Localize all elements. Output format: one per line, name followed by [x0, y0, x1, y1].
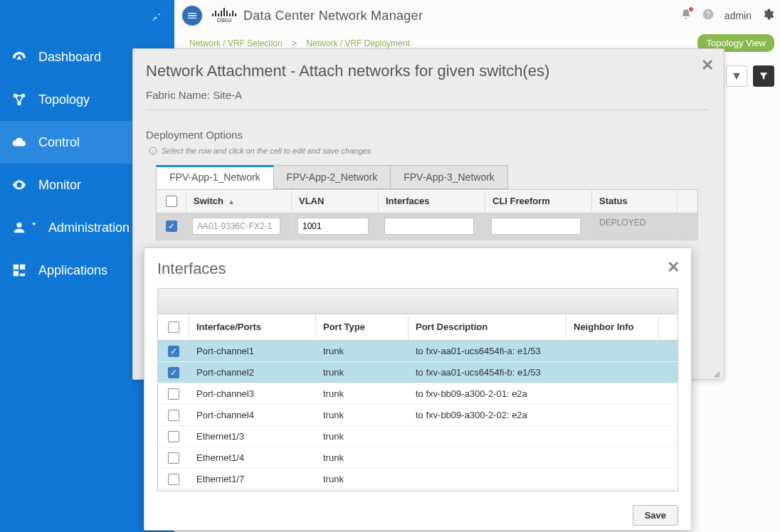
attach-table-row[interactable]: DEPLOYED [157, 213, 697, 240]
interfaces-table-body[interactable]: Port-channel1trunkto fxv-aa01-ucs6454fi-… [158, 341, 678, 490]
help-icon: ? [702, 8, 715, 21]
info-icon: i [149, 147, 157, 155]
col-switch[interactable]: Switch▲ [186, 190, 292, 213]
select-all-checkbox[interactable] [166, 196, 177, 207]
cli-input[interactable] [491, 218, 581, 235]
cell-interface: Ethernet1/3 [189, 431, 316, 442]
fabric-label: Fabric Name: [146, 89, 210, 101]
col-interfaces[interactable]: Interfaces [379, 190, 485, 213]
col-vlan[interactable]: VLAN [292, 190, 379, 213]
breadcrumb-step[interactable]: Network / VRF Deployment [306, 38, 409, 48]
interfaces-table-row[interactable]: Ethernet1/7trunk [158, 469, 678, 490]
sidebar-item-label: Applications [38, 263, 107, 278]
cell-port-type: trunk [316, 410, 409, 420]
cell-port-description: to fxv-bb09-a300-2-01: e2a [409, 388, 566, 399]
cell-port-type: trunk [316, 346, 409, 356]
cloud-icon [11, 134, 27, 150]
admin-icon [11, 220, 27, 235]
gauge-icon [11, 49, 27, 65]
row-checkbox[interactable] [168, 410, 179, 421]
sort-asc-icon: ▲ [228, 198, 235, 206]
interfaces-table-row[interactable]: Ethernet1/3trunk [158, 426, 678, 447]
close-button[interactable]: ✕ [667, 258, 680, 277]
tab-network-1[interactable]: FPV-App-1_Network [156, 165, 274, 189]
col-interface-ports[interactable]: Interface/Ports [189, 314, 316, 340]
cell-port-type: trunk [316, 367, 409, 378]
col-status[interactable]: Status [592, 190, 678, 213]
cell-port-type: trunk [316, 474, 409, 484]
cell-interface: Port-channel3 [189, 388, 316, 399]
cell-interface: Port-channel4 [189, 410, 316, 420]
menu-toggle-button[interactable] [182, 6, 202, 26]
interfaces-modal: ✕ Interfaces Interface/Ports Port Type P… [144, 248, 692, 531]
cell-interface: Port-channel1 [189, 346, 316, 356]
sidebar-item-label: Control [38, 135, 80, 150]
breadcrumb-step[interactable]: Network / VRF Selection [189, 38, 283, 48]
interfaces-table-row[interactable]: Port-channel1trunkto fxv-aa01-ucs6454fi-… [158, 341, 678, 362]
cisco-logo: cisco [212, 8, 236, 23]
modal-title: Network Attachment - Attach networks for… [146, 62, 708, 80]
help-button[interactable]: ? [702, 8, 715, 23]
sidebar-item-label: Monitor [38, 178, 81, 193]
eye-icon [11, 177, 27, 193]
deploy-label: Deployment Options [146, 129, 708, 141]
notifications-button[interactable] [680, 9, 692, 23]
filter-button[interactable] [753, 65, 774, 87]
tab-network-2[interactable]: FPV-App-2_Network [273, 165, 391, 189]
row-checkbox[interactable] [168, 388, 179, 400]
vlan-input[interactable] [297, 218, 369, 235]
col-cli[interactable]: CLI Freeform [485, 190, 592, 213]
pin-icon[interactable] [150, 10, 162, 21]
hint-text: Select the row and click on the cell to … [162, 147, 371, 155]
interfaces-table-header: Interface/Ports Port Type Port Descripti… [158, 314, 678, 341]
row-checkbox[interactable] [166, 220, 177, 232]
top-right-icons: ? admin [680, 0, 774, 31]
fabric-value: Site-A [213, 89, 242, 101]
interfaces-table-row[interactable]: Port-channel4trunkto fxv-bb09-a300-2-02:… [158, 405, 678, 426]
user-label[interactable]: admin [724, 10, 752, 21]
modal-title: Interfaces [144, 248, 691, 288]
interfaces-input[interactable] [384, 218, 474, 235]
cell-port-description: to fxv-bb09-a300-2-02: e2a [409, 410, 566, 420]
settings-button[interactable] [761, 8, 774, 24]
select-all-checkbox[interactable] [168, 321, 179, 333]
cell-port-type: trunk [316, 388, 409, 399]
row-checkbox[interactable] [168, 474, 179, 485]
cell-interface: Port-channel2 [189, 367, 316, 378]
tabs: FPV-App-1_Network FPV-App-2_Network FPV-… [156, 165, 708, 189]
status-cell: DEPLOYED [592, 213, 678, 239]
switch-input[interactable] [192, 218, 280, 235]
interfaces-table-row[interactable]: Port-channel2trunkto fxv-aa01-ucs6454fi-… [158, 362, 678, 383]
cell-interface: Ethernet1/7 [189, 474, 316, 484]
row-checkbox[interactable] [168, 346, 179, 357]
chevron-down-icon: ▼ [731, 70, 742, 83]
sidebar-item-label: Administration [48, 220, 130, 235]
close-button[interactable]: ✕ [701, 56, 714, 75]
attach-table: Switch▲ VLAN Interfaces CLI Freeform Sta… [156, 189, 698, 240]
interfaces-table: Interface/Ports Port Type Port Descripti… [157, 288, 678, 491]
dropdown-button[interactable]: ▼ [726, 65, 747, 87]
row-checkbox[interactable] [168, 452, 179, 464]
app-title: Data Center Network Manager [243, 9, 423, 23]
row-checkbox[interactable] [168, 431, 179, 442]
attach-table-header: Switch▲ VLAN Interfaces CLI Freeform Sta… [157, 190, 697, 213]
interfaces-table-row[interactable]: Ethernet1/4trunk [158, 447, 678, 469]
row-checkbox[interactable] [168, 367, 179, 378]
col-port-type[interactable]: Port Type [316, 314, 409, 340]
breadcrumb: Network / VRF Selection > Network / VRF … [189, 38, 410, 48]
cell-interface: Ethernet1/4 [189, 452, 316, 463]
svg-text:i: i [152, 149, 154, 154]
resize-handle-icon: ◢ [713, 371, 720, 376]
save-button[interactable]: Save [633, 505, 678, 526]
tab-network-3[interactable]: FPV-App-3_Network [390, 165, 508, 189]
fabric-line: Fabric Name: Site-A [146, 89, 708, 101]
sidebar-item-label: Topology [38, 92, 90, 107]
col-port-description[interactable]: Port Description [409, 314, 566, 340]
pin-area [0, 0, 174, 31]
cell-port-type: trunk [316, 452, 409, 463]
svg-text:?: ? [706, 10, 710, 18]
interfaces-table-row[interactable]: Port-channel3trunkto fxv-bb09-a300-2-01:… [158, 383, 678, 405]
notification-dot-icon [689, 7, 693, 11]
col-neighbor-info[interactable]: Neighbor Info [566, 314, 659, 340]
topology-icon [11, 92, 27, 107]
